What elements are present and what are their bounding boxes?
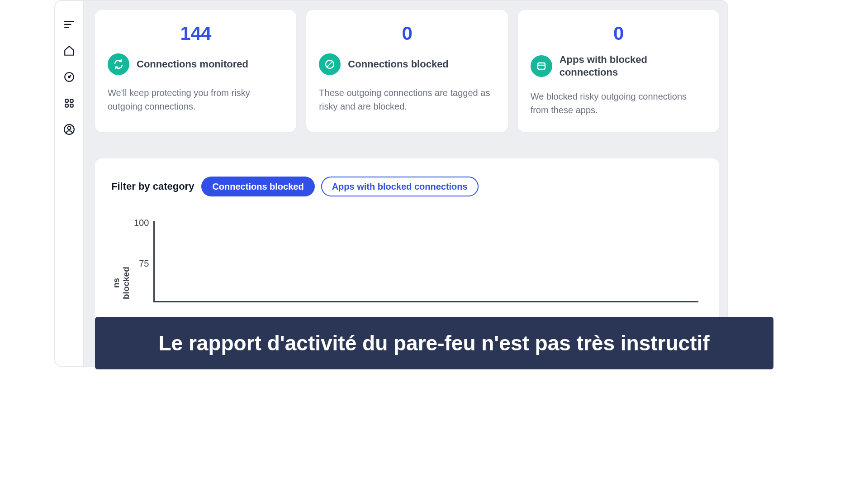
card-desc: We blocked risky outgoing connections fr… (531, 90, 707, 117)
card-title: Connections blocked (348, 58, 448, 71)
filter-row: Filter by category Connections blocked A… (111, 177, 703, 196)
card-desc: These outgoing connections are tagged as… (319, 86, 495, 113)
filter-label: Filter by category (111, 181, 194, 192)
caption-text: Le rapport d'activité du pare-feu n'est … (158, 331, 709, 355)
ytick: 100 (134, 218, 149, 259)
menu-icon[interactable] (63, 18, 76, 31)
svg-line-12 (327, 62, 332, 67)
sidebar (55, 1, 84, 366)
app-window: 144 Connections monitored We'll keep pro… (54, 0, 728, 367)
home-icon[interactable] (63, 44, 76, 57)
stats-cards: 144 Connections monitored We'll keep pro… (95, 10, 719, 132)
apps-icon[interactable] (63, 97, 76, 110)
ytick: 75 (139, 259, 149, 300)
app-icon (531, 55, 552, 77)
card-connections-monitored: 144 Connections monitored We'll keep pro… (95, 10, 296, 132)
card-desc: We'll keep protecting you from risky out… (108, 86, 284, 113)
gauge-icon[interactable] (63, 71, 76, 83)
card-value: 0 (531, 23, 707, 44)
svg-rect-6 (70, 99, 73, 102)
sync-icon (108, 53, 129, 75)
svg-rect-5 (65, 99, 68, 102)
card-title: Apps with blocked connections (560, 53, 707, 79)
card-value: 0 (319, 23, 495, 44)
card-apps-blocked: 0 Apps with blocked connections We block… (518, 10, 719, 132)
chart-area: ns blocked 100 75 (111, 218, 703, 302)
user-icon[interactable] (63, 123, 76, 136)
filter-apps-blocked[interactable]: Apps with blocked connections (321, 177, 479, 196)
filter-connections-blocked[interactable]: Connections blocked (201, 177, 314, 196)
y-axis-ticks: 100 75 (134, 218, 153, 300)
svg-point-10 (68, 126, 71, 129)
caption-bar: Le rapport d'activité du pare-feu n'est … (95, 317, 773, 369)
card-title: Connections monitored (137, 58, 248, 71)
svg-rect-8 (70, 104, 73, 107)
card-connections-blocked: 0 Connections blocked These outgoing con… (306, 10, 508, 132)
svg-rect-13 (538, 63, 545, 69)
svg-rect-7 (65, 104, 68, 107)
svg-point-4 (68, 76, 70, 77)
y-axis-label: ns blocked (111, 263, 131, 302)
plot-area (153, 221, 698, 302)
main-content: 144 Connections monitored We'll keep pro… (84, 1, 727, 366)
card-value: 144 (108, 23, 284, 44)
block-icon (319, 53, 341, 75)
